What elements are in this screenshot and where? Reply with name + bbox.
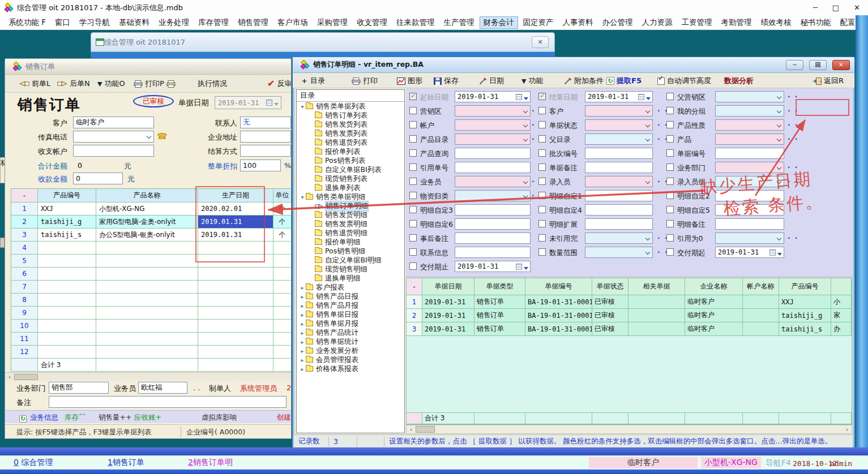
contact-field[interactable]: 无 [240,117,291,128]
table-row[interactable]: 7 [11,281,292,294]
more-options-dots[interactable]: · · [788,107,798,115]
filter-text-field[interactable] [585,190,653,201]
more-options-dots[interactable]: · · [788,121,798,129]
filter-text-field[interactable] [585,162,653,173]
cell-prod-date[interactable] [198,281,273,294]
grid-column-header[interactable]: 企业名称 [685,278,743,295]
tree-item[interactable]: ▸销售单据日报 [297,310,404,319]
menu-item[interactable]: 学习导航 [75,16,114,29]
filter-text-field[interactable] [455,232,531,244]
cell-product-code[interactable] [38,281,96,294]
cell-product-name[interactable] [96,281,198,294]
cell-unit[interactable] [273,242,292,255]
cell-product-code[interactable] [38,255,96,268]
filter-checkbox[interactable] [666,93,674,100]
fax-field[interactable] [73,131,154,143]
grid-cell[interactable]: 小 [831,295,852,309]
cell-product-name[interactable] [96,333,198,346]
filter-checkbox[interactable] [666,248,674,256]
grid-cell[interactable]: 已审核 [592,322,628,336]
filter-checkbox[interactable] [409,121,417,128]
menu-item[interactable]: 库存管理 [194,16,233,29]
grid-cell[interactable]: 临时客户 [685,309,743,322]
cell-product-name[interactable] [96,307,198,320]
filter-checkbox[interactable] [409,262,417,270]
clerk-field[interactable]: 欧红福 [138,382,187,394]
tree-item[interactable]: ▸销售产品月报 [297,301,404,310]
grid-cell[interactable]: taishiji_s [779,322,831,336]
filter-checkbox[interactable] [538,93,546,100]
menu-item[interactable]: 人力资源 [638,16,677,29]
filter-date-field[interactable]: 2019-01-31 [455,91,531,102]
discount-field[interactable]: 100 [240,160,281,171]
unapprove-button[interactable]: ✔ 反审 [267,79,292,89]
cell-product-code[interactable] [38,320,96,333]
toolbar-button-9[interactable]: 自动调节高度 [657,76,711,86]
table-row[interactable]: 10 [11,320,292,333]
tree-item[interactable]: 报价单明细 [297,238,404,247]
cell-product-name[interactable]: 小型机-XG-NG [96,202,198,216]
scroll-right-icon[interactable]: › [843,426,852,433]
cell-prod-date[interactable] [198,268,273,281]
cell-unit[interactable] [273,255,292,268]
tree-item[interactable]: ▸销售产品统计 [297,328,404,337]
grid-row[interactable]: 22019-01-31销售订单BA-19-01-31-0001已审核临时客户ta… [407,309,852,322]
tree-item[interactable]: 自定义单据BI明细 [297,256,404,265]
toolbar-button-7[interactable]: 附加条件 [564,76,604,86]
collapsed-icon[interactable]: ▸ [299,366,306,372]
collapsed-icon[interactable]: ▸ [299,285,306,291]
table-row[interactable]: 9 [11,307,292,320]
filter-combo[interactable] [715,162,784,173]
menu-item[interactable]: 绩效考核 [757,16,796,29]
expanded-icon[interactable]: ▾ [299,194,306,200]
filter-checkbox[interactable] [538,220,546,227]
received-field[interactable]: 0 [73,173,123,184]
cell-product-name[interactable] [96,255,198,268]
tree-item[interactable]: ▸销售产品日报 [297,292,404,301]
expanded-icon[interactable]: ▾ [299,104,306,110]
filter-text-field[interactable] [715,218,784,230]
grid-cell[interactable] [628,322,685,336]
filter-text-field[interactable] [585,204,653,216]
cell-unit[interactable] [273,268,292,281]
order-hscrollbar[interactable]: ‹ [5,372,292,381]
grid-cell[interactable]: 办 [831,322,852,336]
tree-item[interactable]: Pos销售列表 [297,156,404,165]
grid-cell[interactable]: 销售订单 [474,322,525,336]
grid-cell[interactable] [743,295,779,309]
tree-item[interactable]: 现货销售明细 [297,265,404,274]
next-doc-button[interactable]: 后单N [57,79,90,89]
tree-item[interactable]: 销售发货明细 [297,210,404,219]
filter-date-field[interactable]: 2019-01-31 [455,261,531,272]
column-header[interactable]: 生产日期 [198,189,273,202]
taskbar-item[interactable]: 0 综合管理 [14,458,53,468]
toolbar-button-8[interactable]: ↻提取F5 [606,76,642,86]
cell-prod-date[interactable]: 2019.01.31 [198,216,273,229]
filter-checkbox[interactable] [409,149,417,157]
grid-cell[interactable]: BA-19-01-31-0001 [525,295,592,309]
dots[interactable]: . . [193,383,200,392]
toolbar-button-1[interactable]: ＋目录 [301,76,325,86]
menu-item[interactable]: 客户市场 [273,16,312,29]
cell-product-code[interactable] [38,242,96,255]
filter-checkbox[interactable] [666,234,674,242]
filter-combo[interactable] [585,176,653,187]
more-options-dots[interactable]: · · [788,93,798,101]
column-header[interactable]: - [11,189,38,202]
filter-text-field[interactable] [455,204,531,216]
grid-cell[interactable]: 销售订单 [474,309,525,322]
grid-column-header[interactable] [831,278,852,295]
menu-item[interactable]: 系统功能 F [5,16,50,29]
menu-item[interactable]: 往来款管理 [392,16,439,29]
grid-cell[interactable] [628,295,685,309]
phone-icon[interactable]: ☎ [157,131,168,141]
cell-product-name[interactable] [96,346,198,359]
grid-cell[interactable]: 2019-01-31 [422,309,474,322]
grid-column-header[interactable]: 单据状态 [592,278,628,295]
cell-unit[interactable]: 个 [273,216,292,229]
cell-product-name[interactable] [96,268,198,281]
tree-item[interactable]: 销售发票列表 [297,129,404,138]
filter-combo[interactable] [715,105,784,117]
toolbar-button-10[interactable]: 数据分析 [724,76,754,86]
filter-checkbox[interactable] [538,121,546,128]
